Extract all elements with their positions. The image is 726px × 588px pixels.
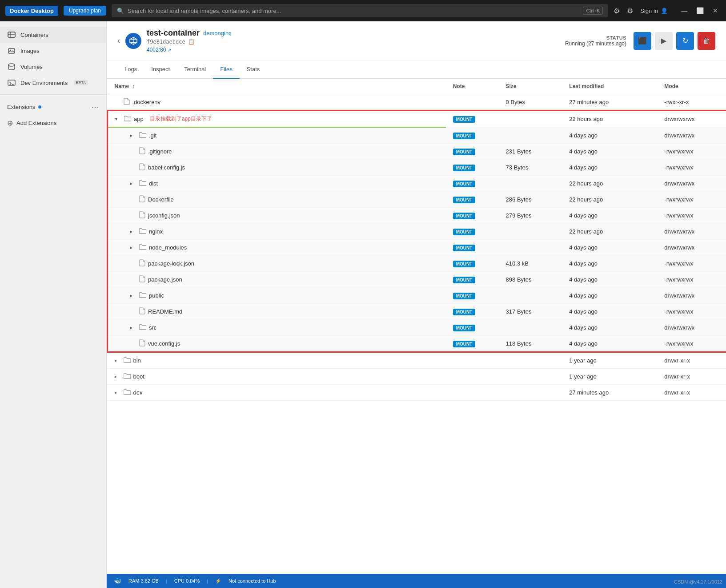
containers-label: Containers	[20, 32, 48, 38]
images-icon	[7, 46, 16, 55]
note-cell	[446, 385, 499, 401]
tab-terminal[interactable]: Terminal	[177, 60, 213, 79]
dev-environments-label: Dev Environments	[20, 80, 68, 86]
pause-button[interactable]: ▶	[655, 32, 673, 50]
note-cell: MOUNT	[446, 176, 499, 192]
table-row[interactable]: ▸.gitMOUNT4 days agodrwxrwxrwx	[108, 127, 726, 144]
tab-inspect[interactable]: Inspect	[144, 60, 177, 79]
table-row[interactable]: vue.config.jsMOUNT118 Bytes4 days ago-rw…	[108, 336, 726, 352]
table-row[interactable]: ▸boot1 year agodrwxr-xr-x	[108, 369, 726, 385]
mount-badge: MOUNT	[453, 229, 476, 235]
modified-cell: 22 hours ago	[562, 224, 657, 240]
note-cell	[446, 352, 499, 369]
table-row[interactable]: ▸node_modulesMOUNT4 days agodrwxrwxrwx	[108, 240, 726, 256]
note-cell: MOUNT	[446, 224, 499, 240]
volumes-icon	[7, 62, 16, 71]
mode-cell: drwxrwxrwx	[657, 127, 726, 144]
gear-icon[interactable]: ⚙	[627, 7, 633, 15]
external-link-icon[interactable]: ↗	[168, 48, 171, 52]
restart-button[interactable]: ↻	[676, 32, 694, 50]
search-bar[interactable]: 🔍 Search for local and remote images, co…	[112, 4, 608, 17]
table-row[interactable]: .gitignoreMOUNT231 Bytes4 days ago-rwxrw…	[108, 144, 726, 160]
modified-cell: 4 days ago	[562, 320, 657, 336]
tab-files[interactable]: Files	[213, 60, 239, 79]
table-row[interactable]: ▸bin1 year agodrwxr-xr-x	[108, 352, 726, 369]
size-cell: 73 Bytes	[499, 160, 562, 176]
sidebar-item-dev-environments[interactable]: Dev Environments BETA	[0, 75, 106, 91]
expand-chevron-icon[interactable]: ▸	[130, 229, 136, 234]
container-actions: STATUS Running (27 minutes ago) ⬛ ▶ ↻ 🗑	[565, 32, 715, 50]
modified-cell: 4 days ago	[562, 144, 657, 160]
container-image-link[interactable]: demonginx	[203, 30, 232, 36]
size-cell	[499, 385, 562, 401]
table-row[interactable]: ▸nginxMOUNT22 hours agodrwxrwxrwx	[108, 224, 726, 240]
modified-cell: 4 days ago	[562, 336, 657, 352]
table-row[interactable]: .dockerenv0 Bytes27 minutes ago-rwxr-xr-…	[108, 94, 726, 111]
col-header-name[interactable]: Name ↑	[108, 79, 446, 94]
extensions-text: Extensions	[7, 104, 36, 110]
file-name-cell: ▸.git	[115, 131, 439, 140]
table-row[interactable]: package-lock.jsonMOUNT410.3 kB4 days ago…	[108, 256, 726, 272]
containers-icon	[7, 30, 16, 39]
delete-button[interactable]: 🗑	[698, 32, 715, 50]
maximize-button[interactable]: ⬜	[694, 6, 706, 15]
sidebar: Containers Images Volumes	[0, 21, 107, 588]
upgrade-plan-button[interactable]: Upgrade plan	[64, 6, 106, 16]
minimize-button[interactable]: —	[678, 6, 690, 15]
table-row[interactable]: ▾app目录挂载到了app目录下了MOUNT22 hours agodrwxrw…	[108, 111, 726, 128]
copy-id-button[interactable]: 📋	[188, 39, 195, 45]
add-extensions-button[interactable]: ⊕ Add Extensions	[0, 115, 106, 131]
table-row[interactable]: ▸publicMOUNT4 days agodrwxrwxrwx	[108, 288, 726, 304]
file-name-text: jsconfig.json	[148, 212, 180, 219]
expand-chevron-icon[interactable]: ▸	[130, 245, 136, 250]
folder-icon	[124, 372, 131, 381]
tab-stats[interactable]: Stats	[240, 60, 267, 79]
file-icon	[139, 307, 145, 316]
table-row[interactable]: jsconfig.jsonMOUNT279 Bytes4 days ago-rw…	[108, 208, 726, 224]
file-icon	[139, 275, 145, 284]
expand-chevron-icon[interactable]: ▸	[115, 374, 121, 379]
expand-chevron-icon[interactable]: ▸	[130, 133, 136, 138]
statusbar: 🐳 RAM 3.62 GB | CPU 0.04% | ⚡ Not connec…	[107, 574, 726, 588]
settings-icon[interactable]: ⚙	[614, 7, 620, 15]
folder-icon	[139, 131, 146, 140]
back-button[interactable]: ‹	[117, 36, 120, 45]
app-layout: Containers Images Volumes	[0, 21, 726, 588]
container-port-link[interactable]: 4002:80	[147, 47, 166, 53]
mode-cell: -rwxrwxrwx	[657, 208, 726, 224]
file-name-text: dev	[133, 389, 143, 396]
table-row[interactable]: DockerfileMOUNT286 Bytes22 hours ago-rwx…	[108, 192, 726, 208]
file-icon	[139, 259, 145, 268]
extensions-label: Extensions	[7, 104, 41, 110]
expand-chevron-icon[interactable]: ▸	[115, 390, 121, 395]
expand-chevron-icon[interactable]: ▸	[130, 325, 136, 330]
mode-cell: drwxr-xr-x	[657, 369, 726, 385]
stop-button[interactable]: ⬛	[634, 32, 651, 50]
table-row[interactable]: README.mdMOUNT317 Bytes4 days ago-rwxrwx…	[108, 304, 726, 320]
expand-chevron-icon[interactable]: ▾	[115, 117, 121, 121]
expand-chevron-icon[interactable]: ▸	[115, 358, 121, 363]
table-row[interactable]: ▸srcMOUNT4 days agodrwxrwxrwx	[108, 320, 726, 336]
sidebar-item-volumes[interactable]: Volumes	[0, 59, 106, 75]
file-table-container: Name ↑ Note Size Last modified Mode .doc…	[107, 79, 726, 574]
expand-chevron-icon[interactable]: ▸	[130, 293, 136, 298]
table-row[interactable]: ▸dev27 minutes agodrwxr-xr-x	[108, 385, 726, 401]
file-name-text: .dockerenv	[132, 99, 161, 105]
svg-rect-6	[8, 80, 15, 85]
note-cell: MOUNT	[446, 144, 499, 160]
mode-cell: -rwxrwxrwx	[657, 160, 726, 176]
folder-icon	[139, 291, 146, 300]
signin-button[interactable]: Sign in 👤	[640, 8, 668, 14]
tab-logs[interactable]: Logs	[117, 60, 144, 79]
expand-chevron-icon[interactable]: ▸	[130, 181, 136, 186]
close-button[interactable]: ✕	[710, 6, 721, 15]
table-row[interactable]: package.jsonMOUNT898 Bytes4 days ago-rwx…	[108, 272, 726, 288]
extensions-menu-button[interactable]: ⋯	[91, 102, 99, 112]
sidebar-item-images[interactable]: Images	[0, 43, 106, 59]
table-row[interactable]: ▸distMOUNT22 hours agodrwxrwxrwx	[108, 176, 726, 192]
docker-desktop-logo[interactable]: Docker Desktop	[5, 6, 58, 16]
sidebar-item-containers[interactable]: Containers	[0, 27, 106, 43]
file-name-cell: package-lock.json	[115, 259, 439, 268]
mode-cell: drwxrwxrwx	[657, 176, 726, 192]
table-row[interactable]: babel.config.jsMOUNT73 Bytes4 days ago-r…	[108, 160, 726, 176]
